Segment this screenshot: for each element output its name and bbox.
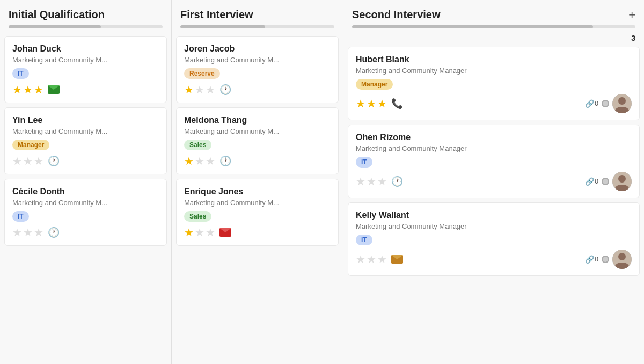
column-progress-bar — [352, 25, 635, 28]
candidate-name: Johan Duck — [12, 44, 159, 54]
card-footer-left: ★★★🕐 — [12, 155, 60, 168]
star-filled[interactable]: ★ — [12, 83, 22, 96]
star-rating[interactable]: ★★★ — [356, 253, 387, 266]
card-footer: ★★★🕐 — [184, 155, 331, 168]
tag-badge: IT — [356, 157, 372, 168]
star-empty[interactable]: ★ — [34, 226, 43, 239]
svg-point-5 — [618, 253, 626, 260]
column-second-interview: Second Interview+3Hubert BlankMarketing … — [343, 0, 644, 364]
card-footer: ★★★ — [12, 83, 159, 96]
star-rating[interactable]: ★★★ — [184, 155, 215, 168]
column-header: Initial Qualification — [0, 0, 171, 25]
card-tags: Manager — [12, 140, 159, 150]
star-empty[interactable]: ★ — [23, 155, 33, 168]
star-empty[interactable]: ★ — [206, 226, 215, 239]
card-tags: Manager — [356, 79, 632, 90]
attachment-icon[interactable]: 🔗0 — [585, 255, 598, 264]
status-dot — [602, 100, 609, 107]
svg-point-1 — [618, 97, 626, 105]
column-header: Second Interview+ — [343, 0, 644, 25]
email-icon[interactable] — [219, 228, 231, 237]
candidate-name: Kelly Wallant — [356, 210, 632, 220]
attachment-icon[interactable]: 🔗0 — [585, 177, 598, 186]
star-filled[interactable]: ★ — [356, 97, 365, 110]
card-footer: ★★★📞🔗0 — [356, 94, 632, 113]
card-footer-left: ★★★ — [184, 226, 231, 239]
candidate-name: Enrique Jones — [184, 187, 331, 196]
column-first-interview: First InterviewJoren JacobMarketing and … — [172, 0, 343, 364]
column-title: Initial Qualification — [9, 9, 105, 21]
star-empty[interactable]: ★ — [356, 175, 365, 188]
star-empty[interactable]: ★ — [12, 155, 22, 168]
star-empty[interactable]: ★ — [195, 155, 204, 168]
card-footer: ★★★ — [184, 226, 331, 239]
tag-badge: IT — [356, 235, 372, 245]
star-filled[interactable]: ★ — [377, 97, 387, 110]
kanban-card[interactable]: Enrique JonesMarketing and Community M..… — [176, 179, 339, 246]
avatar — [612, 250, 632, 269]
tag-badge: Sales — [184, 211, 211, 222]
kanban-card[interactable]: Yin LeeMarketing and Community M...Manag… — [4, 107, 167, 174]
cards-container: Joren JacobMarketing and Community M...R… — [172, 34, 343, 364]
column-count: 3 — [343, 34, 644, 42]
column-initial-qualification: Initial QualificationJohan DuckMarketing… — [0, 0, 172, 364]
kanban-card[interactable]: Johan DuckMarketing and Community M...IT… — [4, 36, 167, 103]
card-tags: Reserve — [184, 68, 331, 79]
candidate-name: Meldona Thang — [184, 115, 331, 125]
star-empty[interactable]: ★ — [195, 226, 204, 239]
card-footer: ★★★🕐 — [184, 83, 331, 96]
card-tags: IT — [356, 235, 632, 245]
star-empty[interactable]: ★ — [356, 253, 365, 266]
kanban-card[interactable]: Joren JacobMarketing and Community M...R… — [176, 36, 339, 103]
kanban-card[interactable]: Hubert BlankMarketing and Community Mana… — [348, 47, 640, 120]
candidate-role: Marketing and Community Manager — [356, 222, 632, 230]
star-rating[interactable]: ★★★ — [356, 97, 387, 110]
star-rating[interactable]: ★★★ — [12, 83, 43, 96]
star-rating[interactable]: ★★★ — [184, 83, 215, 96]
card-footer-left: ★★★ — [356, 253, 403, 266]
candidate-role: Marketing and Community Manager — [356, 144, 632, 152]
svg-point-3 — [618, 175, 626, 183]
candidate-role: Marketing and Community M... — [12, 127, 159, 135]
star-empty[interactable]: ★ — [206, 155, 215, 168]
star-empty[interactable]: ★ — [34, 155, 43, 168]
star-filled[interactable]: ★ — [23, 83, 33, 96]
tag-badge: IT — [12, 68, 29, 79]
card-footer-right: 🔗0 — [585, 94, 632, 113]
star-empty[interactable]: ★ — [377, 175, 387, 188]
status-dot — [602, 256, 609, 263]
kanban-board: Initial QualificationJohan DuckMarketing… — [0, 0, 644, 364]
star-empty[interactable]: ★ — [12, 226, 22, 239]
candidate-role: Marketing and Community M... — [184, 127, 331, 135]
star-filled[interactable]: ★ — [184, 155, 194, 168]
star-rating[interactable]: ★★★ — [356, 175, 387, 188]
candidate-name: Cécile Donth — [12, 187, 159, 196]
column-title: First Interview — [180, 9, 253, 21]
candidate-name: Hubert Blank — [356, 55, 632, 64]
email-icon[interactable] — [391, 255, 403, 264]
email-icon[interactable] — [48, 85, 60, 94]
kanban-card[interactable]: Cécile DonthMarketing and Community M...… — [4, 179, 167, 246]
star-rating[interactable]: ★★★ — [184, 226, 215, 239]
star-rating[interactable]: ★★★ — [12, 226, 43, 239]
star-empty[interactable]: ★ — [23, 226, 33, 239]
card-footer: ★★★🕐 — [12, 226, 159, 239]
kanban-card[interactable]: Kelly WallantMarketing and Community Man… — [348, 202, 640, 276]
star-empty[interactable]: ★ — [367, 175, 376, 188]
star-rating[interactable]: ★★★ — [12, 155, 43, 168]
star-empty[interactable]: ★ — [377, 253, 387, 266]
kanban-card[interactable]: Meldona ThangMarketing and Community M..… — [176, 107, 339, 174]
star-filled[interactable]: ★ — [184, 83, 194, 96]
star-filled[interactable]: ★ — [34, 83, 43, 96]
clock-icon: 🕐 — [391, 176, 403, 187]
star-empty[interactable]: ★ — [195, 83, 204, 96]
kanban-card[interactable]: Ohen RizomeMarketing and Community Manag… — [348, 125, 640, 198]
attachment-icon[interactable]: 🔗0 — [585, 99, 598, 108]
star-filled[interactable]: ★ — [184, 226, 194, 239]
star-empty[interactable]: ★ — [367, 253, 376, 266]
star-filled[interactable]: ★ — [367, 97, 376, 110]
star-empty[interactable]: ★ — [206, 83, 215, 96]
phone-icon[interactable]: 📞 — [391, 98, 403, 110]
add-card-button[interactable]: + — [628, 9, 635, 21]
card-footer: ★★★🕐 — [12, 155, 159, 168]
